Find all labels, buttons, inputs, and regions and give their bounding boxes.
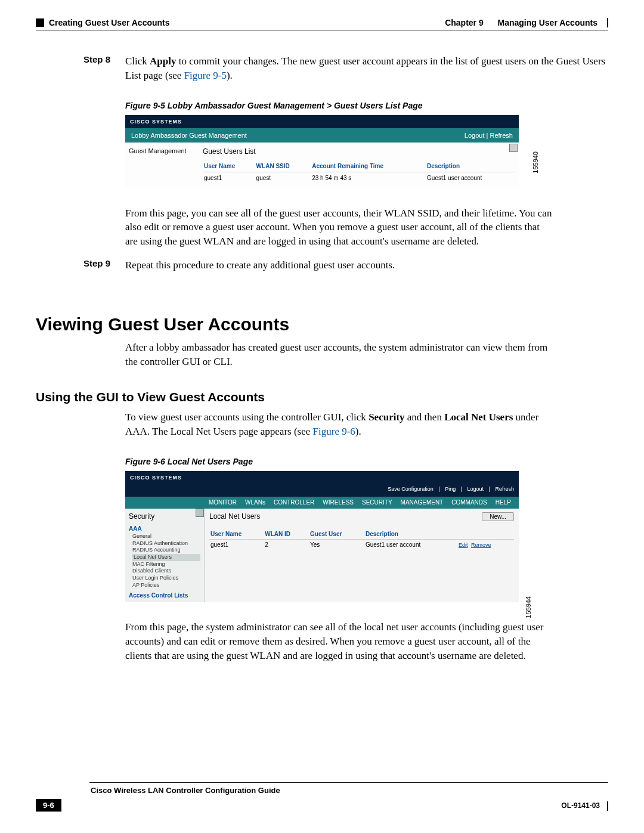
fig1-col-time: Account Remaining Time <box>311 160 426 172</box>
sidebar-item-general[interactable]: General <box>132 533 200 540</box>
figure-9-5: Cisco Systems Lobby Ambassador Guest Man… <box>125 115 519 188</box>
fig1-image-id: 155940 <box>532 151 539 174</box>
figure-9-6: Cisco Systems Save Configuration | Ping … <box>125 471 519 603</box>
heading-using-gui: Using the GUI to View Guest Accounts <box>36 390 608 404</box>
running-header: Creating Guest User Accounts Chapter 9 M… <box>36 18 608 27</box>
sidebar-aaa-heading[interactable]: AAA <box>129 525 200 532</box>
fig1-col-user: User Name <box>203 160 255 172</box>
fig2-col-wlan: WLAN ID <box>264 529 309 540</box>
footer-ol-number: OL-9141-03 <box>561 801 600 810</box>
step-9-text: Repeat this procedure to create any addi… <box>125 258 395 272</box>
fig2-col-desc: Description <box>364 529 457 540</box>
sidebar-item-user-login-policies[interactable]: User Login Policies <box>132 575 200 582</box>
header-title: Managing User Accounts <box>497 18 597 27</box>
remove-link[interactable]: Remove <box>471 542 491 548</box>
fig1-leftnav[interactable]: Guest Management <box>125 143 199 188</box>
fig2-page-title: Local Net Users <box>209 512 260 521</box>
sidebar-item-mac-filtering[interactable]: MAC Filtering <box>132 561 200 568</box>
sidebar-item-radius-auth[interactable]: RADIUS Authentication <box>132 540 200 547</box>
step-9-label: Step 9 <box>83 258 125 268</box>
sidebar-item-ap-policies[interactable]: AP Policies <box>132 582 200 589</box>
footer-doc-title: Cisco Wireless LAN Controller Configurat… <box>91 786 280 795</box>
header-tick-icon <box>607 18 608 27</box>
fig1-bar-title: Lobby Ambassador Guest Management <box>131 132 247 139</box>
fig1-col-ssid: WLAN SSID <box>255 160 311 172</box>
fig2-col-user: User Name <box>209 529 264 540</box>
fig2-table: User Name WLAN ID Guest User Description… <box>209 529 514 550</box>
menu-wireless[interactable]: WIRELESS <box>323 499 354 506</box>
paragraph-after-fig1: From this page, you can see all of the g… <box>125 206 555 249</box>
menu-management[interactable]: MANAGEMENT <box>401 499 444 506</box>
figure-9-6-link[interactable]: Figure 9-6 <box>313 426 355 437</box>
step-8: Step 8 Click Apply to commit your change… <box>83 54 608 83</box>
scroll-up-icon[interactable] <box>196 509 204 517</box>
edit-link[interactable]: Edit <box>459 542 468 548</box>
figure-9-5-caption: Figure 9-5 Lobby Ambassador Guest Manage… <box>125 101 608 110</box>
fig1-bar-actions[interactable]: Logout | Refresh <box>465 132 513 139</box>
menu-security[interactable]: SECURITY <box>362 499 392 506</box>
menu-help[interactable]: HELP <box>496 499 511 506</box>
figure-9-6-caption: Figure 9-6 Local Net Users Page <box>125 457 608 466</box>
fig1-row[interactable]: guest1 guest 23 h 54 m 43 s Guest1 user … <box>203 172 515 184</box>
menu-controller[interactable]: CONTROLLER <box>274 499 314 506</box>
sidebar-item-radius-acct[interactable]: RADIUS Accounting <box>132 547 200 554</box>
paragraph-viewing-intro: After a lobby ambassador has created gue… <box>125 340 555 369</box>
paragraph-after-fig2: From this page, the system administrator… <box>125 620 555 662</box>
footer-page-number: 9-6 <box>36 799 61 812</box>
menu-commands[interactable]: COMMANDS <box>451 499 487 506</box>
scrollbar-thumb-icon[interactable] <box>509 144 518 152</box>
step-8-label: Step 8 <box>83 54 125 64</box>
header-square-icon <box>36 18 44 27</box>
heading-viewing-guest-user-accounts: Viewing Guest User Accounts <box>36 314 608 335</box>
footer-tick-icon <box>607 801 608 811</box>
fig2-image-id: 155944 <box>525 596 532 618</box>
fig2-main-menu[interactable]: MONITOR WLANs CONTROLLER WIRELESS SECURI… <box>125 497 519 509</box>
sidebar-title-security: Security <box>129 512 200 521</box>
fig1-table: User Name WLAN SSID Account Remaining Ti… <box>203 160 515 184</box>
figure-9-5-link[interactable]: Figure 9-5 <box>184 70 227 81</box>
paragraph-gui-instructions: To view guest user accounts using the co… <box>125 410 555 439</box>
fig2-top-actions[interactable]: Save Configuration | Ping | Logout | Ref… <box>125 484 519 497</box>
menu-wlans[interactable]: WLANs <box>245 499 265 506</box>
sidebar-item-disabled-clients[interactable]: Disabled Clients <box>132 568 200 575</box>
sidebar-item-local-net-users[interactable]: Local Net Users <box>132 554 200 561</box>
cisco-logo-2: Cisco Systems <box>125 475 187 481</box>
step-8-text: Click Apply to commit your changes. The … <box>125 54 608 83</box>
header-chapter: Chapter 9 <box>445 18 484 27</box>
sidebar-acl-heading[interactable]: Access Control Lists <box>129 592 200 599</box>
cisco-logo: Cisco Systems <box>125 119 187 125</box>
header-left-text: Creating Guest User Accounts <box>49 18 170 27</box>
menu-monitor[interactable]: MONITOR <box>209 499 237 506</box>
fig2-row[interactable]: guest1 2 Yes Guest1 user account Edit Re… <box>209 539 514 550</box>
fig1-col-desc: Description <box>426 160 515 172</box>
fig2-col-guest: Guest User <box>309 529 364 540</box>
header-rule <box>36 30 608 30</box>
fig2-sidebar: Security AAA General RADIUS Authenticati… <box>125 509 205 603</box>
page-footer: Cisco Wireless LAN Controller Configurat… <box>36 782 608 812</box>
fig1-page-title: Guest Users List <box>203 147 515 156</box>
step-9: Step 9 Repeat this procedure to create a… <box>83 258 608 272</box>
new-button[interactable]: New... <box>482 512 514 521</box>
